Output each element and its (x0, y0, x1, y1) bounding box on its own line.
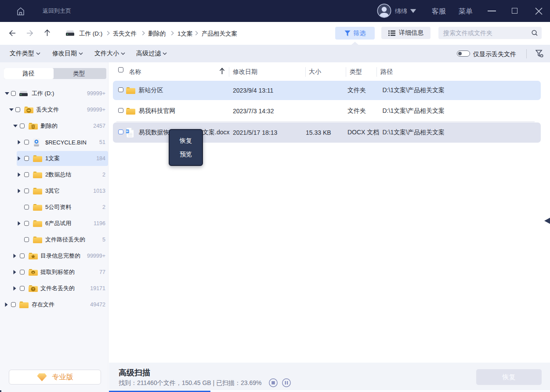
svg-text:W: W (126, 130, 129, 133)
svg-text:?: ? (32, 287, 34, 291)
